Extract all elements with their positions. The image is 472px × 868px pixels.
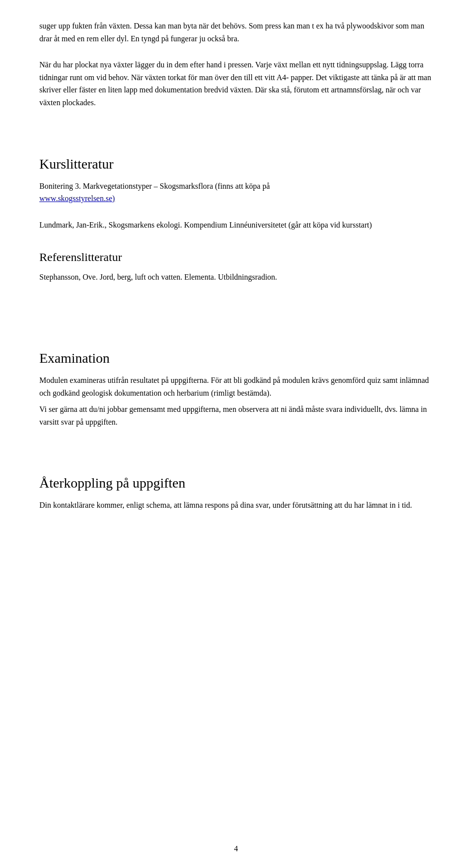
examination-heading: Examination [39, 350, 433, 366]
stephansson-text: Stephansson, Ove. Jord, berg, luft och v… [39, 271, 433, 284]
kurslitteratur-heading: Kurslitteratur [39, 156, 433, 172]
page-number: 4 [234, 844, 238, 853]
skogsstyrelsen-link[interactable]: www.skogsstyrelsen.se) [39, 194, 115, 203]
page: suger upp fukten från växten. Dessa kan … [0, 0, 472, 868]
aterkoppling-heading: Återkoppling på uppgiften [39, 475, 433, 491]
intro-para1: suger upp fukten från växten. Dessa kan … [39, 20, 433, 45]
lundmark-text: Lundmark, Jan-Erik., Skogsmarkens ekolog… [39, 219, 433, 231]
bonitering-text: Bonitering 3. Markvegetationstyper – Sko… [39, 180, 433, 205]
aterkoppling-para1: Din kontaktlärare kommer, enligt schema,… [39, 499, 433, 512]
intro-para2: När du har plockat nya växter lägger du … [39, 58, 433, 109]
examination-para2: Vi ser gärna att du/ni jobbar gemensamt … [39, 403, 433, 428]
referenslitteratur-heading: Referenslitteratur [39, 251, 433, 264]
bonitering-label: Bonitering 3. Markvegetationstyper – Sko… [39, 182, 270, 190]
examination-para1: Modulen examineras utifrån resultatet på… [39, 374, 433, 399]
